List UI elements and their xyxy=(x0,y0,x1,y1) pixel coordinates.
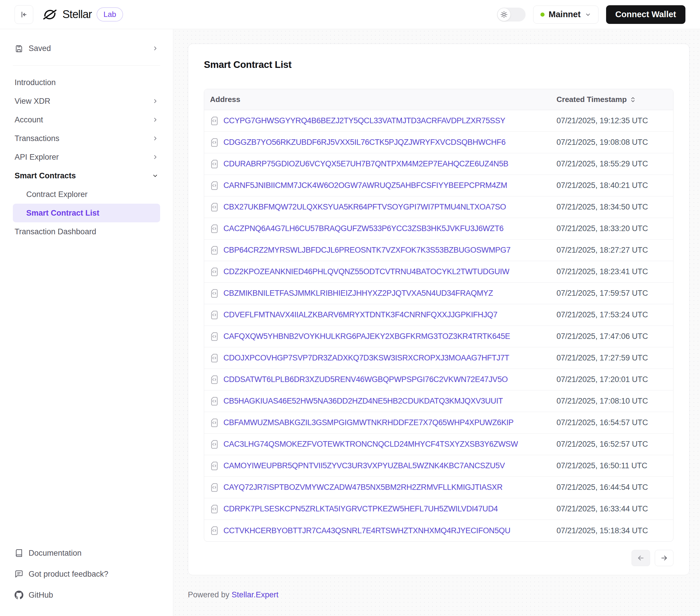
contract-file-icon xyxy=(210,181,219,190)
sidebar-item-label: Smart Contract List xyxy=(26,209,99,218)
contract-address-link[interactable]: CAC3LHG74QSMOKEZFVOTEWKTRONCNQCLD24MHYCF… xyxy=(223,440,518,449)
network-select[interactable]: Mainnet xyxy=(533,5,599,24)
created-timestamp: 07/21/2025, 16:54:57 UTC xyxy=(557,418,648,427)
sidebar-item-documentation[interactable]: Documentation xyxy=(13,544,160,562)
contract-file-icon xyxy=(210,375,219,384)
contract-file-icon xyxy=(210,310,219,320)
arrow-right-icon xyxy=(660,554,668,562)
created-timestamp: 07/21/2025, 15:18:34 UTC xyxy=(557,526,648,535)
collapse-sidebar-button[interactable] xyxy=(15,5,33,24)
table-row: CCYPG7GHWSGYYRQ4B6BEZJ2TY5QCL33VATMJTD3A… xyxy=(204,110,673,132)
lab-badge: Lab xyxy=(97,7,123,22)
theme-toggle[interactable] xyxy=(497,8,526,22)
contract-file-icon xyxy=(210,138,219,147)
sidebar-item-smart-contracts[interactable]: Smart Contracts xyxy=(13,166,160,185)
sidebar-item-label: API Explorer xyxy=(15,153,59,162)
sun-icon xyxy=(498,8,510,21)
contract-address-link[interactable]: CCTVKHCERBYOBTTJR7CA43QSNRL7E4RTSWHZTXNH… xyxy=(223,526,510,535)
sidebar-item-label: Transaction Dashboard xyxy=(15,227,96,236)
sidebar-item-transaction-dashboard[interactable]: Transaction Dashboard xyxy=(13,222,160,241)
pagination xyxy=(204,550,673,566)
contract-table-body: CCYPG7GHWSGYYRQ4B6BEZJ2TY5QCL33VATMJTD3A… xyxy=(204,110,673,541)
connect-wallet-button[interactable]: Connect Wallet xyxy=(606,5,685,24)
contract-file-icon xyxy=(210,397,219,406)
stellar-expert-link[interactable]: Stellar.Expert xyxy=(232,590,278,599)
table-row: CAMOYIWEUPBR5QPNTVII5ZYVC3UR3VXPYUZBAL5W… xyxy=(204,455,673,477)
sidebar-item-api-explorer[interactable]: API Explorer xyxy=(13,148,160,166)
contract-file-icon xyxy=(210,332,219,341)
contract-address-link[interactable]: CDRPK7PLSESKCPN5ZRLKTA5IYGRVCTPKEZW5HEFL… xyxy=(223,504,498,513)
created-timestamp: 07/21/2025, 18:27:27 UTC xyxy=(557,246,648,255)
contract-address-link[interactable]: CDGGZB7YO56RKZUBDF6RJ5VXX5IL76CTK5PJQZJW… xyxy=(223,138,505,147)
sidebar-item-label: Introduction xyxy=(15,78,56,87)
created-timestamp: 07/21/2025, 17:20:01 UTC xyxy=(557,375,648,384)
column-header-created: Created Timestamp xyxy=(557,95,627,104)
contract-file-icon xyxy=(210,354,219,363)
column-header-address: Address xyxy=(210,95,240,104)
sort-created-button[interactable] xyxy=(630,96,636,103)
contract-file-icon xyxy=(210,224,219,233)
contract-address-link[interactable]: CDDSATWT6LPLB6DR3XZUD5RENV46WGBQPWPSPGI7… xyxy=(223,375,508,384)
sidebar-item-label: Contract Explorer xyxy=(26,190,88,199)
sidebar-item-label: Saved xyxy=(28,44,51,53)
previous-page-button[interactable] xyxy=(632,550,650,566)
contract-address-link[interactable]: CBZMIKBNILETFASJMMKLRIBHIEIZJHHYXZ2PJQTV… xyxy=(223,289,493,298)
sidebar-item-github[interactable]: GitHub xyxy=(13,586,160,604)
created-timestamp: 07/21/2025, 17:59:57 UTC xyxy=(557,289,648,298)
network-status-dot xyxy=(540,13,545,17)
created-timestamp: 07/21/2025, 16:44:54 UTC xyxy=(557,483,648,492)
table-row: CACZPNQ6A4G7LH6CU57BRAQGUFZW533P6YCC3ZSB… xyxy=(204,218,673,240)
contract-address-link[interactable]: CBFAMWUZMSABKGZIL3GSMPGIGMWTNKRHDDFZE7X7… xyxy=(223,418,514,427)
created-timestamp: 07/21/2025, 16:52:57 UTC xyxy=(557,440,648,449)
table-row: CDURABRP75GDIOZU6VCYQX5E7UH7B7QNTPXM4M2E… xyxy=(204,153,673,175)
sidebar-item-contract-explorer[interactable]: Contract Explorer xyxy=(13,185,160,204)
next-page-button[interactable] xyxy=(655,550,673,566)
sidebar: Saved Introduction View XDR Account Tran… xyxy=(0,29,173,616)
chevron-down-icon xyxy=(585,11,591,18)
created-timestamp: 07/21/2025, 18:34:50 UTC xyxy=(557,203,648,211)
table-row: CDVEFLFMTNAVX4IIALZKBARV6MRYXTDNTK3F4CNR… xyxy=(204,304,673,326)
chevron-right-icon xyxy=(152,98,158,104)
sidebar-item-introduction[interactable]: Introduction xyxy=(13,73,160,92)
contract-address-link[interactable]: CDZ2KPOZEANKNIED46PHLQVQNZ55ODTCVTRNU4BA… xyxy=(223,267,509,276)
created-timestamp: 07/21/2025, 17:08:10 UTC xyxy=(557,397,648,406)
contract-address-link[interactable]: CAYQ72JR7ISPTBOZVMYWCZADW47B5NX5BM2RH2ZR… xyxy=(223,483,502,492)
brand[interactable]: Stellar Lab xyxy=(42,7,123,23)
contract-file-icon xyxy=(210,116,219,126)
contract-address-link[interactable]: CB5HAGKIUAS46E52HW5NA36DD2HZD4NE5HB2CDUK… xyxy=(223,397,503,406)
sidebar-item-view-xdr[interactable]: View XDR xyxy=(13,92,160,111)
contract-address-link[interactable]: CDURABRP75GDIOZU6VCYQX5E7UH7B7QNTPXM4M2E… xyxy=(223,159,508,168)
sidebar-item-transactions[interactable]: Transactions xyxy=(13,129,160,148)
created-timestamp: 07/21/2025, 16:33:44 UTC xyxy=(557,504,648,513)
contract-address-link[interactable]: CDOJXPCOVHGP7SVP7DR3ZADXKQ7D3KSW3ISRXCRO… xyxy=(223,354,509,362)
table-row: CDOJXPCOVHGP7SVP7DR3ZADXKQ7D3KSW3ISRXCRO… xyxy=(204,347,673,369)
created-timestamp: 07/21/2025, 17:27:59 UTC xyxy=(557,354,648,362)
contract-address-link[interactable]: CCYPG7GHWSGYYRQ4B6BEZJ2TY5QCL33VATMJTD3A… xyxy=(223,116,505,125)
contract-address-link[interactable]: CBX27UKBFMQW72ULQXKSYUA5KR64PFTVSOYGPI7W… xyxy=(223,203,506,211)
contract-file-icon xyxy=(210,504,219,514)
contract-file-icon xyxy=(210,246,219,255)
brand-name: Stellar xyxy=(62,8,92,21)
powered-by-label: Powered by xyxy=(188,590,229,599)
contract-address-link[interactable]: CDVEFLFMTNAVX4IIALZKBARV6MRYXTDNTK3F4CNR… xyxy=(223,310,497,319)
created-timestamp: 07/21/2025, 18:40:21 UTC xyxy=(557,181,648,190)
created-timestamp: 07/21/2025, 19:12:35 UTC xyxy=(557,116,648,125)
sidebar-item-feedback[interactable]: Got product feedback? xyxy=(13,565,160,583)
table-row: CDRPK7PLSESKCPN5ZRLKTA5IYGRVCTPKEZW5HEFL… xyxy=(204,498,673,520)
contract-address-link[interactable]: CAMOYIWEUPBR5QPNTVII5ZYVC3UR3VXPYUZBAL5W… xyxy=(223,461,505,470)
contract-address-link[interactable]: CAFQXQW5YHBNB2VOYKHULKRG6PAJEKY2XBGFKRMG… xyxy=(223,332,510,341)
table-row: CAFQXQW5YHBNB2VOYKHULKRG6PAJEKY2XBGFKRMG… xyxy=(204,326,673,347)
arrow-left-icon xyxy=(637,554,645,562)
contract-file-icon xyxy=(210,418,219,427)
contract-address-link[interactable]: CACZPNQ6A4G7LH6CU57BRAQGUFZW533P6YCC3ZSB… xyxy=(223,224,503,233)
sidebar-item-account[interactable]: Account xyxy=(13,111,160,129)
sidebar-item-label: Got product feedback? xyxy=(28,570,108,579)
contract-table: Address Created Timestamp xyxy=(204,89,673,542)
sidebar-item-smart-contract-list[interactable]: Smart Contract List xyxy=(13,204,160,222)
contract-file-icon xyxy=(210,440,219,449)
collapse-sidebar-icon xyxy=(20,10,28,19)
sidebar-item-saved[interactable]: Saved xyxy=(13,38,160,59)
contract-address-link[interactable]: CBP64CRZ2MYRSWLJBFDCJL6PREOSNTK7VZXFOK7K… xyxy=(223,246,510,255)
table-row: CBP64CRZ2MYRSWLJBFDCJL6PREOSNTK7VZXFOK7K… xyxy=(204,240,673,261)
contract-address-link[interactable]: CARNF5JNIBIICMM7JCK4W6O2OGW7AWRUQZ5AHBFC… xyxy=(223,181,507,190)
